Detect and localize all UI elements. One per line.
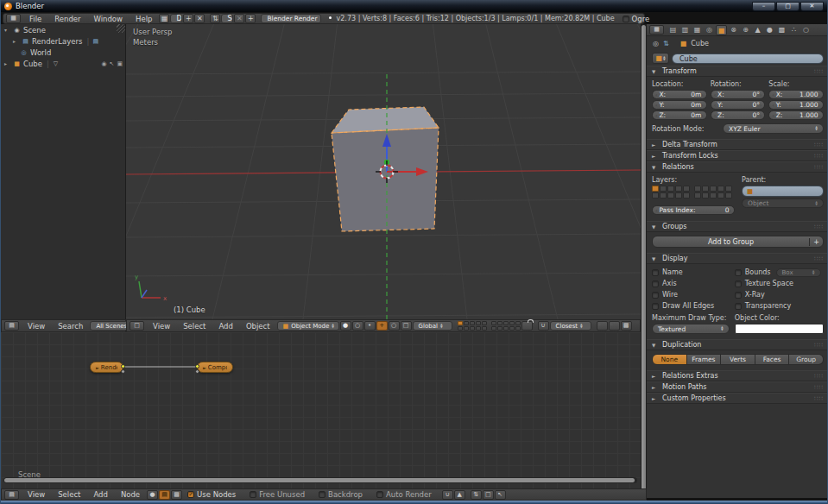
snap-target-dropdown[interactable]: Closest ▲▼ bbox=[550, 321, 591, 331]
display-texture-space-toggle[interactable]: Texture Space bbox=[735, 279, 824, 288]
properties-scrollbar[interactable] bbox=[642, 25, 646, 497]
node-collapse-icon[interactable]: ► bbox=[96, 365, 99, 370]
tab-render-icon[interactable]: ▤ bbox=[667, 25, 679, 35]
outliner-row-cube[interactable]: ▸ ■ Cube | ▽ ◉ ↖ ▣ bbox=[1, 58, 125, 69]
panel-drag-dots-icon[interactable]: ∷∷ bbox=[814, 142, 824, 148]
panel-drag-dots-icon[interactable]: ∷∷ bbox=[814, 255, 824, 262]
node-menu-view[interactable]: View bbox=[22, 490, 51, 499]
free-unused-checkbox[interactable] bbox=[250, 491, 256, 498]
display-draw-all-edges-toggle[interactable]: Draw All Edges bbox=[652, 301, 730, 311]
editor-type-button[interactable]: ▦ bbox=[6, 14, 21, 23]
minimize-button[interactable]: – bbox=[752, 2, 775, 11]
ogre-toggle[interactable]: Ogre bbox=[623, 15, 650, 23]
panel-header-relations[interactable]: ▼ Relations ∷∷ bbox=[647, 161, 828, 173]
render-opengl-icon[interactable]: ▩ bbox=[621, 321, 632, 331]
duplication-group-button[interactable]: Group bbox=[789, 354, 824, 365]
tab-world-icon[interactable]: ◎ bbox=[704, 25, 715, 35]
scale-y-field[interactable]: ‹Y:1.000› bbox=[768, 100, 824, 110]
tab-constraints-icon[interactable]: ⊗ bbox=[728, 25, 739, 35]
outliner-editor[interactable]: ▾ ◉ Scene ▸ ▤ RenderLayers | ▤ ◎ World ▸… bbox=[1, 24, 126, 319]
tab-object-icon[interactable]: ■ bbox=[716, 25, 727, 35]
panel-drag-dots-icon[interactable]: ∷∷ bbox=[814, 224, 824, 230]
node-menu-select[interactable]: Select bbox=[52, 490, 86, 499]
tab-texture-icon[interactable]: ▩ bbox=[776, 25, 787, 35]
backdrop-toggle[interactable]: Backdrop bbox=[319, 490, 363, 499]
outliner-row-world[interactable]: ◎ World bbox=[1, 47, 125, 58]
tab-physics-icon[interactable]: ○ bbox=[800, 25, 812, 35]
scale-x-field[interactable]: ‹X:1.000› bbox=[768, 90, 824, 99]
output-socket-image[interactable] bbox=[121, 364, 125, 369]
copy-nodes-icon[interactable]: ⇅ bbox=[471, 490, 482, 500]
view3d-menu-object[interactable]: Object bbox=[240, 322, 276, 331]
add-to-group-button[interactable]: Add to Group + bbox=[652, 236, 824, 248]
object-id-icon-button[interactable]: ■ ▲▼ bbox=[652, 53, 669, 64]
tab-data-icon[interactable]: ▲ bbox=[752, 25, 763, 35]
node-composite[interactable]: ► Composit bbox=[197, 362, 233, 373]
location-y-field[interactable]: ‹Y:0m› bbox=[652, 100, 707, 110]
parent-field[interactable]: ■ bbox=[742, 186, 824, 197]
display-name-toggle[interactable]: Name bbox=[652, 268, 730, 277]
render-animation-icon[interactable] bbox=[609, 321, 620, 331]
rotation-z-field[interactable]: ‹Z:0°› bbox=[711, 110, 766, 120]
outliner-editor-type-button[interactable]: ▤ bbox=[4, 321, 19, 331]
orientation-dropdown[interactable]: Global ▲▼ bbox=[413, 321, 452, 331]
ogre-checkbox[interactable] bbox=[623, 16, 629, 22]
node-render-layers[interactable]: ► Render L bbox=[90, 362, 123, 373]
duplication-none-button[interactable]: None bbox=[652, 354, 687, 365]
bounds-type-dropdown[interactable]: Box ▲▼ bbox=[776, 268, 821, 277]
panel-header-transform-locks[interactable]: ► Transform Locks ∷∷ bbox=[647, 150, 828, 161]
duplication-verts-button[interactable]: Verts bbox=[721, 354, 755, 365]
location-z-field[interactable]: ‹Z:0m› bbox=[652, 110, 707, 120]
viewport-3d[interactable]: x y User Persp Meters (1) Cube bbox=[126, 24, 641, 319]
panel-header-groups[interactable]: ▼ Groups ∷∷ bbox=[647, 221, 828, 232]
panel-drag-dots-icon[interactable]: ∷∷ bbox=[814, 395, 824, 402]
snap-node-mode-dropdown[interactable]: ▲ bbox=[454, 490, 465, 500]
editor-corner[interactable] bbox=[117, 24, 125, 33]
panel-drag-dots-icon[interactable]: ∷∷ bbox=[814, 68, 824, 75]
view3d-menu-select[interactable]: Select bbox=[177, 322, 212, 331]
tab-particles-icon[interactable]: ∴ bbox=[788, 25, 800, 35]
panel-header-display[interactable]: ▼ Display ∷∷ bbox=[647, 253, 828, 264]
outliner-menu-search[interactable]: Search bbox=[52, 322, 89, 331]
tree-type-material-icon[interactable]: ● bbox=[147, 490, 158, 500]
input-socket-image[interactable] bbox=[195, 364, 199, 369]
output-socket-alpha[interactable] bbox=[121, 369, 125, 374]
panel-drag-dots-icon[interactable]: ∷∷ bbox=[814, 373, 824, 380]
tab-material-icon[interactable]: ● bbox=[764, 25, 775, 35]
breadcrumb-browse-icon[interactable]: ⇅ bbox=[663, 40, 669, 47]
viewport-canvas[interactable]: x y bbox=[126, 24, 641, 319]
tree-type-compositing-icon[interactable]: ▤ bbox=[159, 490, 170, 500]
panel-drag-dots-icon[interactable]: ∷∷ bbox=[814, 342, 824, 349]
duplication-faces-button[interactable]: Faces bbox=[755, 354, 790, 365]
menu-window[interactable]: Window bbox=[88, 15, 130, 23]
add-group-plus-icon[interactable]: + bbox=[809, 238, 823, 246]
properties-editor-type-button[interactable]: ▦ bbox=[649, 25, 664, 35]
panel-header-delta-transform[interactable]: ► Delta Transform ∷∷ bbox=[647, 139, 828, 150]
menu-render[interactable]: Render bbox=[48, 15, 86, 23]
pointer-icon[interactable]: ↖ bbox=[495, 490, 506, 500]
rotation-mode-dropdown[interactable]: XYZ Euler ▲▼ bbox=[723, 123, 824, 134]
node-menu-node[interactable]: Node bbox=[115, 490, 146, 499]
viewport-shading-dropdown[interactable]: ● bbox=[340, 321, 351, 331]
render-engine-dropdown[interactable]: Blender Render bbox=[261, 14, 320, 23]
scale-z-field[interactable]: ‹Z:1.000› bbox=[768, 110, 824, 120]
maximize-button[interactable]: ▢ bbox=[776, 2, 800, 11]
panel-drag-dots-icon[interactable]: ∷∷ bbox=[814, 384, 824, 391]
selectable-arrow-icon[interactable]: ↖ bbox=[110, 60, 115, 67]
renderable-camera-icon[interactable]: ▣ bbox=[117, 60, 123, 67]
visibility-eye-icon[interactable]: ◉ bbox=[101, 60, 106, 67]
display-transparency-toggle[interactable]: Transparency bbox=[735, 301, 824, 311]
backdrop-checkbox[interactable] bbox=[319, 491, 326, 498]
display-bounds-toggle[interactable]: Bounds Box ▲▼ bbox=[735, 268, 824, 277]
object-color-swatch[interactable] bbox=[735, 324, 824, 334]
mode-dropdown[interactable]: ■ Object Mode ▲▼ bbox=[277, 321, 339, 331]
outliner-row-renderlayers[interactable]: ▸ ▤ RenderLayers | ▤ bbox=[1, 35, 125, 47]
rotation-x-field[interactable]: ‹X:0°› bbox=[711, 90, 766, 99]
viewport-layers-widget[interactable] bbox=[458, 321, 521, 331]
panel-header-transform[interactable]: ▼ Transform ∷∷ bbox=[647, 66, 828, 77]
outliner-row-scene[interactable]: ▾ ◉ Scene bbox=[1, 24, 125, 35]
render-still-icon[interactable] bbox=[597, 321, 608, 331]
display-wire-toggle[interactable]: Wire bbox=[652, 290, 730, 299]
manipulator-translate-button[interactable]: + bbox=[376, 321, 388, 331]
object-layers-widget[interactable] bbox=[652, 186, 735, 198]
